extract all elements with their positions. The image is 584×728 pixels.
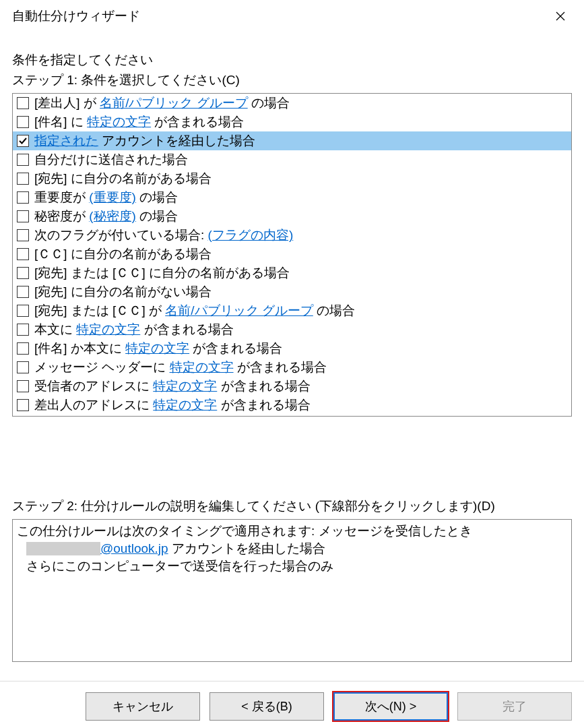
condition-checkbox[interactable] [17,305,29,317]
step1-label: ステップ 1: 条件を選択してください(C) [12,71,572,89]
condition-row[interactable]: 指定された アカウントを経由した場合 [13,131,571,150]
condition-checkbox[interactable] [17,173,29,185]
condition-row[interactable]: [宛先] に自分の名前がある場合 [13,169,571,188]
condition-label: [宛先] に自分の名前がある場合 [34,170,212,187]
condition-checkbox[interactable] [17,210,29,222]
condition-link[interactable]: 特定の文字 [170,360,234,374]
instruction-text: 条件を指定してください [12,51,572,69]
condition-label: [件名] に 特定の文字 が含まれる場合 [34,113,244,131]
condition-row[interactable]: [宛先] または [ＣＣ] が 名前/パブリック グループ の場合 [13,301,571,320]
condition-checkbox[interactable] [17,380,29,392]
condition-label: [宛先] または [ＣＣ] に自分の名前がある場合 [34,264,290,282]
window-title: 自動仕分けウィザード [12,7,140,25]
close-icon [556,11,565,21]
condition-checkbox[interactable] [17,154,29,166]
condition-label: [件名] か本文に 特定の文字 が含まれる場合 [34,340,282,357]
condition-row[interactable]: [宛先] または [ＣＣ] に自分の名前がある場合 [13,264,571,282]
condition-row[interactable]: 分類項目が (分類項目) の場合 [13,415,571,417]
next-button[interactable]: 次へ(N) > [333,692,448,721]
description-line-2-suffix: アカウントを経由した場合 [168,541,325,555]
condition-label: 自分だけに送信された場合 [34,151,188,169]
condition-label: 差出人のアドレスに 特定の文字 が含まれる場合 [34,396,311,414]
account-link[interactable]: @outlook.jp [100,541,168,555]
condition-label: [宛先] または [ＣＣ] が 名前/パブリック グループ の場合 [34,302,355,320]
condition-link[interactable]: 特定の文字 [125,341,189,355]
condition-checkbox[interactable] [17,116,29,128]
condition-checkbox[interactable] [17,135,29,147]
condition-link[interactable]: 特定の文字 [153,379,217,393]
back-button[interactable]: < 戻る(B) [209,692,324,721]
condition-row[interactable]: [宛先] に自分の名前がない場合 [13,282,571,301]
redacted-account [26,542,100,555]
condition-label: [差出人] が 名前/パブリック グループ の場合 [34,94,290,112]
condition-label: 秘密度が (秘密度) の場合 [34,208,178,225]
conditions-listbox[interactable]: [差出人] が 名前/パブリック グループ の場合[件名] に 特定の文字 が含… [12,93,572,417]
condition-row[interactable]: [ＣＣ] に自分の名前がある場合 [13,245,571,264]
condition-checkbox[interactable] [17,267,29,279]
condition-link[interactable]: 名前/パブリック グループ [100,96,248,110]
condition-checkbox[interactable] [17,229,29,241]
condition-label: 本文に 特定の文字 が含まれる場合 [34,321,234,338]
condition-checkbox[interactable] [17,324,29,336]
condition-row[interactable]: [件名] に 特定の文字 が含まれる場合 [13,113,571,131]
condition-label: 指定された アカウントを経由した場合 [34,132,255,150]
condition-row[interactable]: 自分だけに送信された場合 [13,150,571,169]
condition-row[interactable]: 重要度が (重要度) の場合 [13,188,571,207]
condition-row[interactable]: 秘密度が (秘密度) の場合 [13,207,571,226]
condition-row[interactable]: メッセージ ヘッダーに 特定の文字 が含まれる場合 [13,358,571,377]
condition-label: 受信者のアドレスに 特定の文字 が含まれる場合 [34,377,311,395]
condition-link[interactable]: 名前/パブリック グループ [165,303,313,317]
condition-checkbox[interactable] [17,342,29,355]
condition-link[interactable]: 指定された [34,133,98,148]
condition-link[interactable]: 特定の文字 [76,322,140,336]
description-line-1: この仕分けルールは次のタイミングで適用されます: メッセージを受信したとき [17,522,567,540]
condition-checkbox[interactable] [17,286,29,298]
condition-checkbox[interactable] [17,248,29,260]
condition-link[interactable]: (フラグの内容) [208,228,294,242]
condition-label: 次のフラグが付いている場合: (フラグの内容) [34,226,293,244]
titlebar: 自動仕分けウィザード [0,0,584,32]
description-line-2: @outlook.jp アカウントを経由した場合 [26,540,567,557]
condition-checkbox[interactable] [17,361,29,373]
condition-row[interactable]: 次のフラグが付いている場合: (フラグの内容) [13,226,571,245]
condition-link[interactable]: 特定の文字 [153,398,217,412]
condition-row[interactable]: 本文に 特定の文字 が含まれる場合 [13,320,571,339]
condition-link[interactable]: 特定の文字 [87,115,151,129]
condition-row[interactable]: 差出人のアドレスに 特定の文字 が含まれる場合 [13,396,571,415]
condition-link[interactable]: (重要度) [89,190,136,204]
description-line-3: さらにこのコンピューターで送受信を行った場合のみ [26,557,567,575]
condition-label: [宛先] に自分の名前がない場合 [34,283,212,301]
condition-link[interactable]: (秘密度) [89,209,136,223]
finish-button[interactable]: 完了 [457,692,572,721]
condition-checkbox[interactable] [17,97,29,109]
check-icon [19,137,27,145]
condition-label: 分類項目が (分類項目) の場合 [34,415,203,417]
condition-label: [ＣＣ] に自分の名前がある場合 [34,245,212,263]
condition-row[interactable]: [件名] か本文に 特定の文字 が含まれる場合 [13,339,571,358]
rule-description-box[interactable]: この仕分けルールは次のタイミングで適用されます: メッセージを受信したとき @o… [12,519,572,662]
condition-checkbox[interactable] [17,399,29,411]
cancel-button[interactable]: キャンセル [86,692,200,721]
condition-label: 重要度が (重要度) の場合 [34,189,178,206]
condition-row[interactable]: 受信者のアドレスに 特定の文字 が含まれる場合 [13,377,571,396]
condition-row[interactable]: [差出人] が 名前/パブリック グループ の場合 [13,94,571,113]
condition-label: メッセージ ヘッダーに 特定の文字 が含まれる場合 [34,359,327,376]
button-row: キャンセル < 戻る(B) 次へ(N) > 完了 [0,681,584,721]
close-button[interactable] [545,5,576,27]
step2-label: ステップ 2: 仕分けルールの説明を編集してください (下線部分をクリックします… [12,497,572,515]
condition-checkbox[interactable] [17,191,29,204]
